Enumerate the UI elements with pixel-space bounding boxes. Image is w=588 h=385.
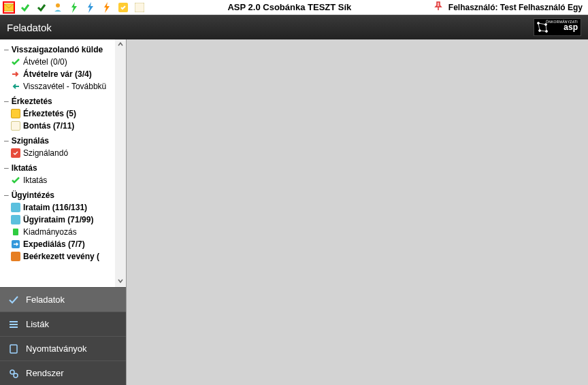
bolt-blue-icon[interactable]: [84, 1, 97, 14]
check-green-icon: [11, 175, 20, 185]
svg-rect-3: [135, 3, 144, 12]
bolt-green-icon[interactable]: [68, 1, 80, 14]
tree-item-label: Átvételre vár (3/4): [23, 69, 92, 79]
tree-section-ugyintezes: Ügyintézés Irataim (116/131) Ügyirataim …: [0, 188, 126, 264]
tree-item-label: Visszavétel - Továbbkü: [23, 82, 106, 91]
tree-item-label: Iktatás: [23, 175, 47, 185]
tree-item-label: Szignálandó: [23, 148, 68, 158]
box-orange-icon: [11, 252, 20, 261]
tree-item-kiadmanyozas[interactable]: Kiadmányozás: [4, 226, 122, 238]
pin-icon[interactable]: [434, 1, 443, 13]
doc-icon: [8, 344, 19, 354]
doc-green-icon: [11, 227, 20, 237]
tree-item-atvetel[interactable]: Átvétel (0/0): [4, 56, 122, 68]
box-blue-icon: [11, 203, 20, 212]
note-yellow-icon[interactable]: [117, 1, 129, 14]
logo-text: asp: [564, 22, 578, 32]
tree-section-szignalas: Szignálás Szignálandó: [0, 133, 126, 161]
nav-feladatok[interactable]: Feladatok: [0, 287, 126, 312]
tree-header[interactable]: Szignálás: [4, 135, 122, 147]
check-icon[interactable]: [19, 1, 31, 14]
arrow-blue-icon: [11, 239, 20, 249]
box-blue-icon: [11, 215, 20, 224]
box-red-icon: [11, 148, 20, 158]
scroll-up-icon[interactable]: [117, 41, 124, 49]
logo-sub: ÖNKORMÁNYZATI: [546, 20, 578, 24]
tree-section-erkeztetes: Érkeztetés Érkeztetés (5) Bontás (7/11): [0, 94, 126, 133]
tree-item-label: Kiadmányozás: [23, 227, 77, 237]
tree-item-label: Irataim (116/131): [23, 203, 87, 212]
nav-label: Nyomtatványok: [26, 344, 87, 354]
nav-listak[interactable]: Listák: [0, 312, 126, 336]
app-title: ASP 2.0 Csobánka TESZT Sík: [146, 2, 434, 12]
toolbar-right: Felhasználó: Test Felhasználó Egy: [434, 1, 588, 13]
tree-item-ugyirataim[interactable]: Ügyirataim (71/99): [4, 214, 122, 226]
page-title: Feladatok: [7, 22, 52, 33]
tree-section-visszaigazolando: Visszaigazolandó külde Átvétel (0/0) Átv…: [0, 42, 126, 94]
tree-item-label: Bontás (7/11): [23, 121, 74, 131]
nav-label: Rendszer: [26, 368, 64, 378]
tree-header[interactable]: Visszaigazolandó külde: [4, 44, 122, 56]
check-icon: [8, 295, 19, 305]
tree: Visszaigazolandó külde Átvétel (0/0) Átv…: [0, 39, 126, 287]
svg-rect-17: [10, 345, 17, 353]
check-green-icon: [11, 57, 20, 67]
tree-header[interactable]: Érkeztetés: [4, 95, 122, 107]
nav-label: Feladatok: [26, 295, 65, 305]
tree-item-irataim[interactable]: Irataim (116/131): [4, 201, 122, 214]
box-yellow-icon: [11, 109, 20, 118]
svg-point-18: [10, 370, 14, 374]
tree-item-label: Érkeztetés (5): [23, 109, 76, 118]
tree-section-iktatas: Iktatás Iktatás: [0, 161, 126, 188]
arrow-red-icon: [11, 69, 20, 79]
tree-item-expedialas[interactable]: Expediálás (7/7): [4, 238, 122, 250]
note-cream-icon[interactable]: [133, 1, 146, 14]
tree-item-szignalando[interactable]: Szignálandó: [4, 147, 122, 159]
toolbar-icons: [0, 1, 146, 14]
tree-item-bontas[interactable]: Bontás (7/11): [4, 120, 122, 132]
svg-point-1: [56, 3, 60, 7]
scroll-down-icon[interactable]: [117, 278, 124, 286]
tree-item-label: Ügyirataim (71/99): [23, 215, 93, 224]
arrow-teal-icon: [11, 82, 20, 91]
svg-line-9: [538, 23, 540, 31]
header-bar: Feladatok ÖNKORMÁNYZATI asp: [0, 15, 588, 39]
tree-item-atvetelre-var[interactable]: Átvételre vár (3/4): [4, 68, 122, 80]
tree-item-beerkezett[interactable]: Beérkezett vevény (: [4, 250, 122, 263]
tree-item-iktatas[interactable]: Iktatás: [4, 174, 122, 186]
nav-nyomtatvanyok[interactable]: Nyomtatványok: [0, 336, 126, 361]
tree-header[interactable]: Ügyintézés: [4, 189, 122, 201]
check-dark-icon[interactable]: [35, 1, 48, 14]
tree-item-label: Expediálás (7/7): [23, 239, 85, 249]
tree-scrollbar[interactable]: [115, 39, 126, 287]
bolt-orange-icon[interactable]: [101, 1, 113, 14]
tree-item-erkeztetes[interactable]: Érkeztetés (5): [4, 107, 122, 120]
user-label: Felhasználó: Test Felhasználó Egy: [448, 3, 583, 12]
tree-item-visszavetel[interactable]: Visszavétel - Továbbkü: [4, 80, 122, 93]
mail-icon[interactable]: [3, 1, 15, 14]
top-toolbar: ASP 2.0 Csobánka TESZT Sík Felhasználó: …: [0, 0, 588, 15]
tree-item-label: Beérkezett vevény (: [23, 252, 99, 261]
tree-item-label: Átvétel (0/0): [23, 57, 67, 67]
list-icon: [8, 319, 19, 330]
svg-rect-12: [13, 229, 18, 235]
main: Visszaigazolandó külde Átvétel (0/0) Átv…: [0, 39, 588, 385]
logo: ÖNKORMÁNYZATI asp: [534, 18, 581, 36]
sidebar: Visszaigazolandó külde Átvétel (0/0) Átv…: [0, 39, 127, 385]
nav-rendszer[interactable]: Rendszer: [0, 361, 126, 385]
bottom-nav: Feladatok Listák Nyomtatványok Rendszer: [0, 287, 126, 385]
content-area: [127, 39, 588, 385]
tree-header[interactable]: Iktatás: [4, 162, 122, 174]
user-icon[interactable]: [52, 1, 64, 14]
gear-icon: [8, 368, 19, 379]
nav-label: Listák: [26, 319, 49, 329]
box-cream-icon: [11, 121, 20, 131]
svg-line-8: [538, 23, 546, 24]
svg-point-19: [14, 373, 18, 378]
